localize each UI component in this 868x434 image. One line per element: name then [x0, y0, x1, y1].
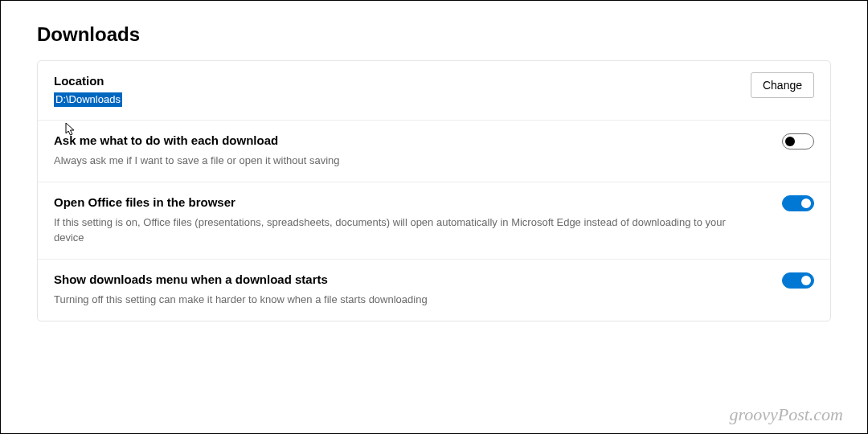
office-desc: If this setting is on, Office files (pre…: [54, 215, 758, 246]
ask-toggle[interactable]: [782, 133, 814, 149]
downloads-settings-page: Downloads Location D:\Downloads Change A…: [1, 1, 867, 321]
location-text: Location D:\Downloads: [54, 72, 751, 107]
office-text: Open Office files in the browser If this…: [54, 194, 782, 246]
watermark: groovyPost.com: [729, 404, 843, 425]
change-location-button[interactable]: Change: [751, 72, 814, 98]
show-menu-title: Show downloads menu when a download star…: [54, 271, 758, 288]
ask-title: Ask me what to do with each download: [54, 132, 758, 149]
show-menu-text: Show downloads menu when a download star…: [54, 271, 782, 308]
settings-card: Location D:\Downloads Change Ask me what…: [37, 60, 831, 321]
show-downloads-menu-row: Show downloads menu when a download star…: [38, 260, 830, 321]
location-row: Location D:\Downloads Change: [38, 61, 830, 121]
page-title: Downloads: [37, 23, 831, 46]
show-menu-desc: Turning off this setting can make it har…: [54, 293, 758, 308]
ask-each-download-row: Ask me what to do with each download Alw…: [38, 121, 830, 182]
location-path[interactable]: D:\Downloads: [54, 92, 122, 107]
open-office-row: Open Office files in the browser If this…: [38, 182, 830, 260]
ask-text: Ask me what to do with each download Alw…: [54, 132, 782, 169]
ask-desc: Always ask me if I want to save a file o…: [54, 154, 758, 169]
office-toggle[interactable]: [782, 195, 814, 211]
show-menu-toggle[interactable]: [782, 272, 814, 289]
location-label: Location: [54, 72, 727, 89]
office-title: Open Office files in the browser: [54, 194, 758, 211]
